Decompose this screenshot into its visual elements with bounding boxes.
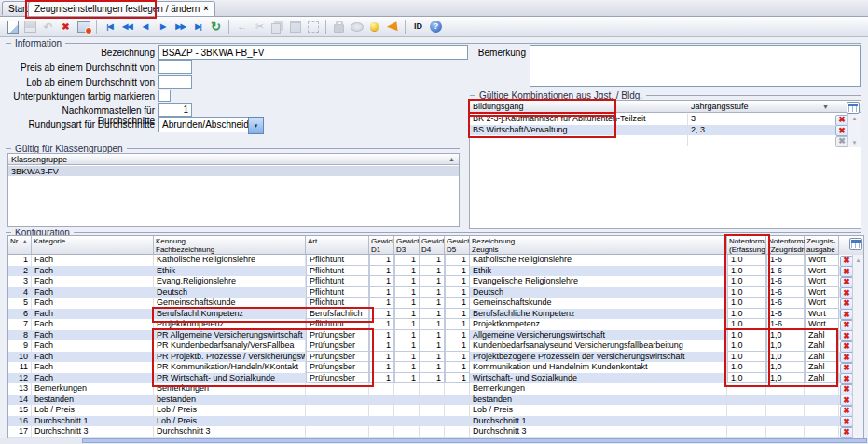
nachkommastellen-input[interactable]: 1 — [158, 103, 192, 117]
last-record-icon[interactable]: ▶| — [189, 19, 207, 35]
table-row[interactable]: 11FachPR Kommunikation/Handeln/KKontaktP… — [8, 362, 863, 373]
close-icon[interactable]: × — [203, 5, 208, 13]
cell-ausgabe[interactable]: Wort — [805, 266, 839, 277]
cell-d3[interactable]: 1 — [394, 330, 420, 341]
unterpunktungen-checkbox[interactable] — [158, 90, 171, 102]
cell-art[interactable]: Prüfungsber — [306, 362, 369, 373]
kombination-row[interactable]: BS Wirtschaft/Verwaltung2, 3✖ — [470, 125, 861, 136]
kombination-row[interactable]: BK 2-3-j.Kaufmännisch für Abiturienten-T… — [470, 114, 861, 125]
cell-nf_druck[interactable]: 1-6 — [766, 309, 805, 320]
cell-nf_druck[interactable]: 1,0 — [766, 373, 805, 384]
cell-nf_druck[interactable]: 1-6 — [766, 298, 805, 309]
cell-d3[interactable]: 1 — [394, 298, 420, 309]
cell-nf_erf[interactable]: 1,0 — [727, 266, 766, 277]
cell-art[interactable]: Pflichtunt — [306, 276, 369, 287]
jahrgangsstufe-header[interactable]: Jahrgangsstufe — [691, 102, 749, 111]
table-row[interactable]: 3FachEvang.ReligionslehrePflichtunt1111E… — [8, 276, 863, 287]
column-header-d4[interactable]: Gewicht D4 — [420, 236, 445, 255]
edit-form-icon[interactable] — [75, 19, 92, 35]
cell-d1[interactable]: 1 — [369, 319, 394, 330]
grid-settings-button[interactable] — [847, 102, 860, 114]
table-row[interactable]: 16Durchschnitt 1Lob / PreisDurchschnitt … — [8, 416, 863, 427]
fast-forward-icon[interactable]: ▶▶ — [172, 19, 189, 35]
cell-nf_erf[interactable]: 1,0 — [727, 276, 766, 287]
cell-d3[interactable]: 1 — [394, 373, 420, 384]
cell-d5[interactable]: 1 — [445, 373, 470, 384]
cell-d1[interactable]: 1 — [369, 309, 394, 320]
rundungsart-select[interactable]: Abrunden/Abschneiden — [158, 117, 255, 132]
cell-d4[interactable]: 1 — [420, 298, 445, 309]
column-header-nr[interactable]: Nr. ▲ — [8, 236, 32, 255]
cell-nf_erf[interactable]: 1,0 — [727, 298, 766, 309]
cell-nf_erf[interactable]: 1,0 — [727, 255, 766, 266]
id-button[interactable]: ID — [409, 19, 427, 35]
column-header-ausgabe[interactable]: Zeugnis- ausgabe — [805, 236, 839, 255]
cell-nf_druck[interactable]: 1-6 — [766, 319, 805, 330]
table-row[interactable]: 8FachPR Allgemeine Versicherungswirtscha… — [8, 330, 863, 341]
cell-art[interactable]: Prüfungsber — [306, 373, 369, 384]
bemerkung-textarea[interactable] — [530, 45, 861, 87]
cell-d1[interactable]: 1 — [369, 298, 394, 309]
cell-ausgabe[interactable]: Wort — [805, 309, 839, 320]
bezeichnung-input[interactable]: BSAZP - 3BKWA FB_FV — [158, 45, 468, 60]
cell-nf_erf[interactable]: 1,0 — [727, 287, 766, 298]
cell-nf_erf[interactable]: 1,0 — [727, 340, 766, 352]
first-record-icon[interactable]: |◀ — [101, 19, 118, 35]
cell-d4[interactable]: 1 — [420, 330, 445, 341]
cell-art[interactable]: Prüfungsber — [306, 352, 369, 363]
cell-d3[interactable]: 1 — [394, 287, 420, 298]
cell-d5[interactable]: 1 — [445, 255, 470, 266]
cell-d4[interactable]: 1 — [420, 319, 445, 330]
column-header-bezeichnung[interactable]: Bezeichnung Zeugnis — [470, 236, 727, 255]
table-row[interactable]: 14bestandenbestandenbestanden✖ — [8, 395, 863, 406]
new-record-icon[interactable] — [4, 19, 21, 35]
cell-d5[interactable]: 1 — [445, 330, 470, 341]
next-record-icon[interactable]: ▶ — [154, 19, 172, 35]
cell-d1[interactable]: 1 — [369, 330, 394, 341]
sort-asc-icon[interactable]: ▲ — [448, 156, 455, 162]
kombination-empty-row[interactable]: ✖ — [470, 135, 861, 146]
lightbulb-icon[interactable] — [365, 19, 383, 35]
klassengruppe-header[interactable]: Klassengruppe ▲ — [8, 154, 459, 165]
cell-d4[interactable]: 1 — [420, 266, 445, 277]
cell-nf_druck[interactable]: 1,0 — [766, 340, 805, 352]
delete-record-icon[interactable]: ✖ — [57, 19, 75, 35]
cell-art[interactable]: Berufsfachlich — [306, 309, 369, 320]
cell-art[interactable]: Pflichtunt — [306, 287, 369, 298]
table-row[interactable]: 2FachEthikPflichtunt1111Ethik1,01-6Wort✖ — [8, 266, 863, 277]
cell-d5[interactable]: 1 — [445, 287, 470, 298]
cell-d3[interactable]: 1 — [394, 319, 420, 330]
cell-ausgabe[interactable]: Wort — [805, 255, 839, 266]
cell-nf_druck[interactable]: 1-6 — [766, 255, 805, 266]
cell-art[interactable]: Pflichtunt — [306, 255, 369, 266]
column-header-kategorie[interactable]: Kategorie — [32, 236, 154, 255]
rundungsart-dropdown-icon[interactable]: ▼ — [248, 117, 264, 134]
cell-art[interactable]: Prüfungsber — [306, 330, 369, 341]
horizontal-scrollbar-thumb[interactable] — [82, 438, 867, 443]
cell-nf_erf[interactable]: 1,0 — [727, 319, 766, 330]
cell-ausgabe[interactable]: Zahl — [805, 373, 839, 384]
cell-ausgabe[interactable]: Wort — [805, 298, 839, 309]
cell-d1[interactable]: 1 — [369, 266, 394, 277]
cell-d4[interactable]: 1 — [420, 309, 445, 320]
bildungsgang-header[interactable]: Bildungsgang — [473, 102, 524, 111]
table-row[interactable]: 7FachProjektkompetenzPflichtunt1111Proje… — [8, 319, 863, 330]
cell-art[interactable]: Prüfungsber — [306, 340, 369, 352]
cell-ausgabe[interactable]: Zahl — [805, 362, 839, 373]
cell-nf_druck[interactable]: 1-6 — [766, 287, 805, 298]
cell-d4[interactable]: 1 — [420, 340, 445, 352]
cell-nf_druck[interactable]: 1-6 — [766, 276, 805, 287]
scroll-down-icon[interactable]: ▼ — [848, 138, 861, 147]
column-header-d5[interactable]: Gewicht D5 — [445, 236, 470, 255]
cell-d3[interactable]: 1 — [394, 276, 420, 287]
cell-nf_druck[interactable]: 1-6 — [766, 266, 805, 277]
column-header-nf_erf[interactable]: Notenformat (Erfassung) — [727, 236, 766, 255]
cell-d4[interactable]: 1 — [420, 362, 445, 373]
table-row[interactable]: 13BemerkungenBemerkungenBemerkungen✖ — [8, 383, 863, 395]
cell-d1[interactable]: 1 — [369, 352, 394, 363]
column-header-nf_druck[interactable]: Notenformat (Zeugnisdruck) — [766, 236, 805, 255]
cell-d1[interactable]: 1 — [369, 340, 394, 352]
previous-record-icon[interactable]: ◀ — [136, 19, 154, 35]
cell-d5[interactable]: 1 — [445, 362, 470, 373]
help-icon[interactable]: ? — [427, 19, 445, 35]
